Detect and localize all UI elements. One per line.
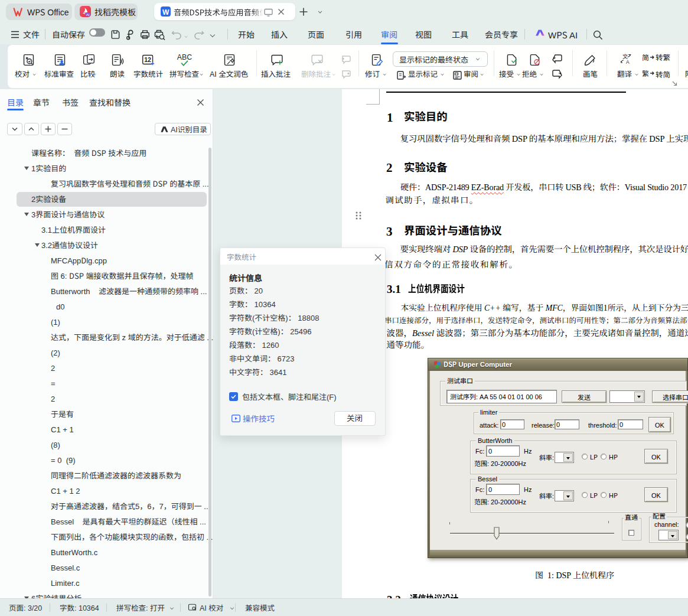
svg-text:A: A bbox=[626, 59, 630, 65]
svg-text:繁: 繁 bbox=[642, 68, 649, 78]
svg-text:简: 简 bbox=[642, 52, 649, 62]
svg-text:ABC: ABC bbox=[177, 53, 192, 61]
svg-text:AI: AI bbox=[86, 13, 90, 17]
svg-text:12: 12 bbox=[144, 56, 151, 63]
